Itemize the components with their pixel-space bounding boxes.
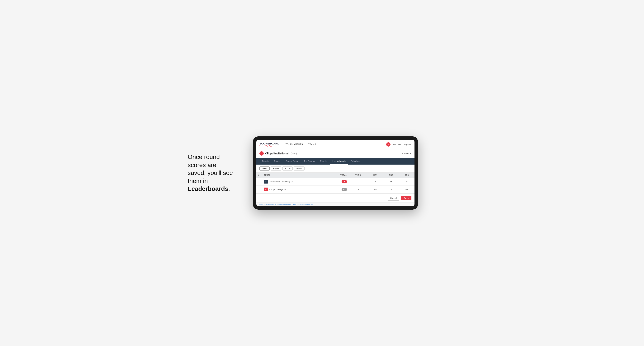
tab-course-setup[interactable]: Course Setup <box>283 158 301 165</box>
filter-row: Teams Players Scores Strokes <box>256 165 414 173</box>
row-rank: 2 <box>256 186 262 193</box>
tab-tee-groups[interactable]: Tee Groups <box>301 158 318 165</box>
nav-right: S Test User | Sign out <box>386 142 412 147</box>
filter-teams-button[interactable]: Teams <box>260 167 270 171</box>
col-rd3: RD3 <box>399 173 414 178</box>
nav-tournaments[interactable]: TOURNAMENTS <box>283 140 305 149</box>
page-wrapper: Once round scores are saved, you'll see … <box>188 136 456 210</box>
row-thru: F <box>349 178 368 186</box>
filter-strokes-button[interactable]: Strokes <box>294 167 304 171</box>
filter-players-button[interactable]: Players <box>271 167 281 171</box>
col-rank: # <box>256 173 262 178</box>
row-team-cell: C Clippd College [A] <box>262 186 328 193</box>
user-name: Test User | <box>392 143 402 146</box>
tournament-subtitle: (Men) <box>291 152 297 155</box>
tablet-screen: SCOREBOARD Powered by clippd TOURNAMENTS… <box>256 140 414 206</box>
user-avatar: S <box>386 142 390 147</box>
total-badge: +3 <box>342 188 347 191</box>
row-rd1: +8 <box>368 186 383 193</box>
row-team-cell: SU Scoreboard University [A] <box>262 178 328 186</box>
table-row: 2 C Clippd College [A] +3 F +8 -8 +3 <box>256 186 414 193</box>
logo-title: SCOREBOARD <box>260 142 280 145</box>
row-thru: F <box>349 186 368 193</box>
tab-results[interactable]: Results <box>318 158 330 165</box>
tournament-header: C Clippd Invitational (Men) Cancel ✕ <box>256 149 414 158</box>
leaderboard-table: # TEAM TOTAL THRU RD1 RD2 RD3 1 SU <box>256 173 414 193</box>
col-thru: THRU <box>349 173 368 178</box>
sign-out-link[interactable]: Sign out <box>404 143 412 146</box>
nav-links: TOURNAMENTS TEAMS <box>283 140 386 149</box>
logo-area: SCOREBOARD Powered by clippd <box>260 142 280 147</box>
tournament-title: Clippd Invitational <box>265 152 288 155</box>
row-rd2: -8 <box>383 186 399 193</box>
row-rank: 1 <box>256 178 262 186</box>
cancel-x-button[interactable]: Cancel ✕ <box>402 152 412 155</box>
col-rd2: RD2 <box>383 173 399 178</box>
col-rd1: RD1 <box>368 173 383 178</box>
row-rd3: -6 <box>399 178 414 186</box>
row-team-name: Scoreboard University [A] <box>270 180 294 183</box>
tab-printables[interactable]: Printables <box>348 158 363 165</box>
row-rd2: +5 <box>383 178 399 186</box>
row-total: -5 <box>328 178 349 186</box>
tab-leaderboards[interactable]: Leaderboards <box>330 158 348 165</box>
row-total: +3 <box>328 186 349 193</box>
total-badge: -5 <box>342 180 347 183</box>
tab-teams[interactable]: Teams <box>271 158 283 165</box>
col-team: TEAM <box>262 173 328 178</box>
url-bar: https://stage-blue-coach.stagescoreboard… <box>256 202 414 206</box>
sub-nav: Details Teams Course Setup Tee Groups Re… <box>256 158 414 165</box>
tournament-name-area: C Clippd Invitational (Men) <box>260 151 297 156</box>
row-team-name: Clippd College [A] <box>270 188 286 191</box>
tab-details[interactable]: Details <box>260 158 271 165</box>
row-rd1: -4 <box>368 178 383 186</box>
logo-subtitle: Powered by clippd <box>260 145 280 147</box>
page-footer: Cancel Save <box>256 193 414 202</box>
footer-cancel-button[interactable]: Cancel <box>388 196 399 201</box>
tournament-icon: C <box>260 151 264 156</box>
col-total: TOTAL <box>328 173 349 178</box>
filter-scores-button[interactable]: Scores <box>282 167 293 171</box>
tablet-frame: SCOREBOARD Powered by clippd TOURNAMENTS… <box>253 136 418 210</box>
table-row: 1 SU Scoreboard University [A] -5 F -4 +… <box>256 178 414 186</box>
footer-save-button[interactable]: Save <box>401 196 412 200</box>
row-rd3: +3 <box>399 186 414 193</box>
top-nav: SCOREBOARD Powered by clippd TOURNAMENTS… <box>256 140 414 149</box>
left-description: Once round scores are saved, you'll see … <box>188 153 242 193</box>
nav-teams[interactable]: TEAMS <box>306 140 318 149</box>
content-area: # TEAM TOTAL THRU RD1 RD2 RD3 1 SU <box>256 173 414 193</box>
